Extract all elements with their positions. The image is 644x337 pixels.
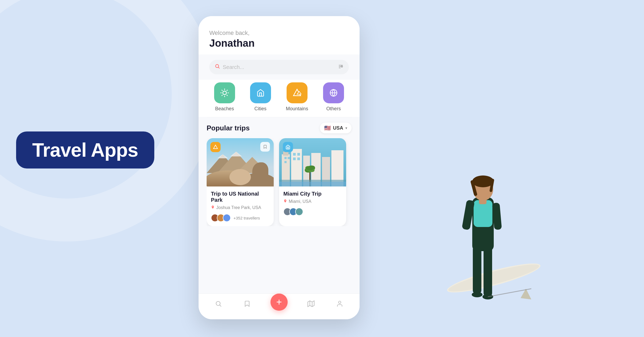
- popular-section: Popular trips 🇺🇸 USA ▾: [199, 117, 360, 294]
- trip1-location: Joshua Tree Park, USA: [211, 205, 269, 210]
- trip1-body: Trip to US National Park Joshua Tree Par…: [207, 186, 274, 226]
- trip1-avatars: [211, 214, 231, 222]
- trip-cards-row: Trip to US National Park Joshua Tree Par…: [207, 138, 352, 226]
- categories-row: Beaches Cities Mountains: [199, 80, 360, 117]
- country-name: USA: [333, 125, 343, 131]
- trip1-name: Trip to US National Park: [211, 191, 269, 203]
- svg-point-23: [223, 91, 226, 94]
- trip1-type-badge: [210, 142, 221, 152]
- trip2-avatars: [283, 208, 303, 216]
- trip1-location-pin: [211, 205, 215, 210]
- avatar-6: [295, 208, 303, 216]
- svg-marker-45: [214, 145, 218, 149]
- svg-rect-58: [297, 153, 300, 156]
- background-arc: [0, 0, 215, 241]
- nav-profile-icon[interactable]: [334, 298, 345, 311]
- country-flag: 🇺🇸: [324, 125, 331, 131]
- svg-line-26: [222, 90, 222, 91]
- phone-mockup: Welcome back, Jonathan Search...: [199, 16, 360, 319]
- fab-plus-icon: +: [276, 297, 282, 307]
- bottom-nav: +: [199, 294, 360, 319]
- travel-apps-text: Travel Apps: [32, 139, 138, 161]
- svg-point-22: [341, 66, 343, 67]
- beaches-label: Beaches: [215, 106, 234, 112]
- svg-point-67: [216, 301, 220, 305]
- trip2-location-text: Miami, USA: [289, 199, 311, 204]
- trip-card-2-image: [279, 138, 346, 186]
- category-others[interactable]: Others: [323, 82, 344, 112]
- popular-title: Popular trips: [207, 124, 250, 132]
- country-selector[interactable]: 🇺🇸 USA ▾: [320, 123, 352, 133]
- svg-rect-60: [297, 157, 300, 160]
- svg-point-6: [472, 292, 482, 297]
- search-bar[interactable]: Search...: [209, 60, 349, 74]
- svg-rect-66: [279, 182, 346, 186]
- trip2-location-pin: [283, 199, 287, 204]
- svg-point-42: [229, 169, 251, 185]
- trip2-travellers: [283, 208, 342, 216]
- category-mountains[interactable]: Mountains: [286, 82, 308, 112]
- others-icon-box: [323, 82, 344, 103]
- category-cities[interactable]: Cities: [250, 82, 271, 112]
- svg-marker-69: [308, 301, 314, 307]
- svg-line-30: [222, 95, 222, 96]
- chevron-down-icon: ▾: [345, 126, 347, 130]
- svg-rect-57: [293, 153, 296, 156]
- svg-line-18: [218, 67, 219, 68]
- svg-rect-56: [284, 161, 287, 163]
- nav-bookmark-icon[interactable]: [241, 298, 253, 311]
- fab-add-button[interactable]: +: [270, 294, 288, 311]
- svg-rect-54: [284, 157, 287, 159]
- svg-rect-5: [484, 246, 492, 297]
- mountains-label: Mountains: [286, 106, 308, 112]
- travel-apps-badge: Travel Apps: [16, 131, 154, 169]
- category-beaches[interactable]: Beaches: [214, 82, 235, 112]
- trip1-bookmark[interactable]: [260, 142, 270, 152]
- surfer-illustration: [429, 96, 542, 337]
- svg-line-27: [227, 95, 227, 96]
- mountains-icon-box: [287, 82, 308, 103]
- trip1-location-text: Joshua Tree Park, USA: [216, 205, 261, 210]
- trip-card-1[interactable]: Trip to US National Park Joshua Tree Par…: [207, 138, 274, 226]
- trip-card-1-image: [207, 138, 274, 186]
- trip1-travellers: +352 travellers: [211, 214, 269, 222]
- username: Jonathan: [209, 38, 349, 49]
- svg-line-31: [227, 90, 227, 91]
- trip-card-2[interactable]: Miami City Trip Miami, USA: [279, 138, 346, 226]
- svg-marker-33: [297, 91, 301, 94]
- svg-rect-4: [473, 246, 481, 294]
- cities-label: Cities: [254, 106, 266, 112]
- svg-rect-59: [293, 157, 296, 160]
- svg-point-64: [306, 166, 314, 170]
- trip2-type-badge: [283, 142, 293, 152]
- popular-header: Popular trips 🇺🇸 USA ▾: [207, 123, 352, 133]
- cities-icon-box: [250, 82, 271, 103]
- svg-rect-48: [283, 152, 288, 156]
- welcome-text: Welcome back,: [209, 30, 349, 36]
- svg-point-72: [339, 301, 341, 303]
- filter-icon[interactable]: [338, 64, 343, 71]
- trip1-travellers-count: +352 travellers: [233, 216, 260, 220]
- search-placeholder: Search...: [223, 64, 335, 70]
- trip2-body: Miami City Trip Miami, USA: [279, 186, 346, 220]
- trip2-location: Miami, USA: [283, 199, 342, 204]
- nav-map-icon[interactable]: [305, 298, 317, 311]
- trip2-name: Miami City Trip: [283, 191, 342, 197]
- others-label: Others: [326, 106, 341, 112]
- svg-line-68: [220, 305, 221, 306]
- search-icon: [215, 64, 220, 71]
- avatar-3: [223, 214, 231, 222]
- nav-search-icon[interactable]: [213, 298, 224, 311]
- phone-header: Welcome back, Jonathan: [199, 16, 360, 54]
- beaches-icon-box: [214, 82, 235, 103]
- svg-rect-15: [479, 199, 486, 204]
- svg-rect-55: [288, 157, 290, 159]
